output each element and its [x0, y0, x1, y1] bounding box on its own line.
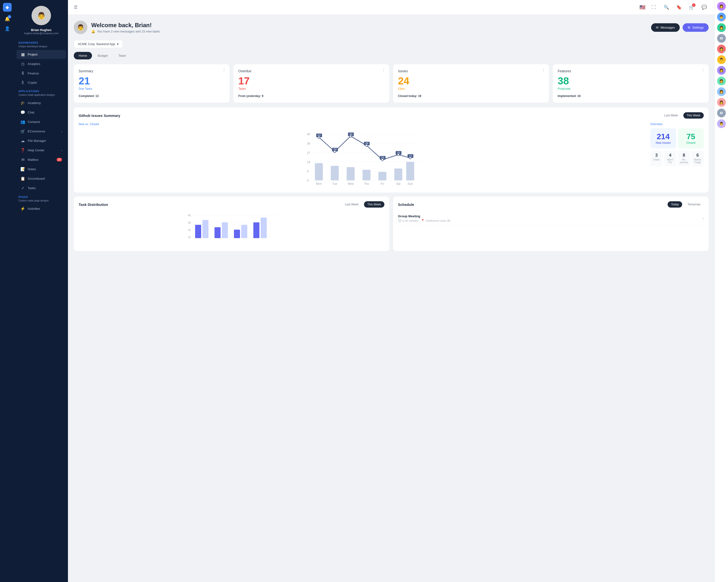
search-icon[interactable]: 🔍	[662, 3, 671, 11]
svg-point-35	[350, 135, 352, 137]
last-week-button-github[interactable]: Last Week	[661, 112, 681, 118]
sidebar-item-helpcenter[interactable]: ❓ Help Center ›	[17, 146, 66, 155]
closed-issues-card: 75 Closed	[678, 128, 704, 148]
avatar-initials: 👩	[719, 4, 723, 8]
rs-avatar-8[interactable]: 👩	[717, 87, 726, 96]
sidebar-item-label: Crypto	[28, 81, 37, 84]
helpcenter-arrow-icon: ›	[61, 149, 62, 152]
triage-num: 6	[693, 153, 703, 158]
sidebar-item-project[interactable]: ▦ Project	[17, 50, 66, 59]
sidebar-item-activities[interactable]: ⚡ Activities	[17, 204, 66, 213]
svg-text:Tue: Tue	[332, 182, 337, 186]
sidebar-item-ecommerce[interactable]: 🛒 ECommerce ›	[17, 127, 66, 136]
rs-avatar-4[interactable]: 👩	[717, 45, 726, 53]
sidebar-item-tasks[interactable]: ✓ Tasks	[17, 184, 66, 193]
svg-rect-58	[222, 222, 228, 238]
schedule-item-info: Group Meeting 🕐 in 32 minutes 📍 Conferen…	[398, 214, 450, 222]
rs-avatar-1[interactable]: 👨	[717, 12, 726, 21]
sidebar-item-notes[interactable]: 📝 Notes	[17, 165, 66, 174]
right-sidebar: 👩 👨 👩 M 👩 👨 👩 👩 👩 👩 M 👨	[714, 0, 728, 582]
tab-home[interactable]: Home	[74, 52, 92, 59]
sidebar-item-label: Notes	[28, 167, 36, 171]
this-week-button-task[interactable]: This Week	[364, 201, 384, 207]
sidebar-item-label: Chat	[28, 111, 34, 114]
schedule-arrow-icon[interactable]: ›	[703, 216, 704, 220]
schedule-location: 📍 Conference room 1B	[421, 219, 450, 222]
contacts-icon: 👥	[20, 119, 25, 124]
section-sub-pages: Custom made page designs	[15, 199, 68, 204]
svg-rect-14	[347, 167, 355, 181]
sidebar-item-chat[interactable]: 💬 Chat	[17, 108, 66, 117]
avatar-initials: 👩	[719, 68, 723, 72]
sidebar-item-academy[interactable]: 🎓 Academy	[17, 99, 66, 107]
avatar-initials: 👨	[719, 122, 723, 126]
stat-card-menu-summary[interactable]: ⋮	[222, 68, 226, 72]
task-distribution-card: Task Distribution Last Week This Week 40…	[74, 196, 389, 251]
user-icon[interactable]: 👤	[3, 24, 11, 33]
rs-avatar-3[interactable]: M	[717, 34, 726, 43]
stat-card-menu-issues[interactable]: ⋮	[542, 68, 545, 72]
sidebar-item-finance[interactable]: $ Finance	[17, 69, 66, 78]
rs-avatar-5[interactable]: 👨	[717, 55, 726, 64]
fixed-label: Fixed	[652, 158, 661, 161]
finance-icon: $	[20, 71, 25, 76]
svg-text:Sun: Sun	[408, 182, 413, 186]
new-issues-card: 214 New Issues	[650, 128, 676, 148]
stat-label-features: Features	[557, 69, 704, 73]
notifications-icon[interactable]: 🔔 3	[3, 15, 11, 23]
messages-header-icon[interactable]: 💬	[700, 3, 709, 11]
sidebar-item-scrumboard[interactable]: 📋 Scrumboard	[17, 174, 66, 183]
svg-text:10: 10	[188, 236, 191, 239]
tabs: Home Budget Team	[74, 52, 709, 59]
messages-button[interactable]: ✉ Messages	[651, 23, 680, 32]
fullscreen-icon[interactable]: ⛶	[649, 3, 658, 11]
top-header: ☰ 🇺🇸 ⛶ 🔍 🔖 🛒 5 💬	[68, 0, 714, 15]
sidebar-item-contacts[interactable]: 👥 Contacts	[17, 117, 66, 126]
hamburger-button[interactable]: ☰	[74, 5, 78, 10]
chat-icon: 💬	[20, 110, 25, 115]
stat-card-overdue: ⋮ Overdue 17 Tasks From yesterday: 9	[233, 64, 389, 103]
stat-card-menu-overdue[interactable]: ⋮	[382, 68, 385, 72]
avatar-initials: 👩	[719, 90, 723, 93]
stat-footer-issues: Closed today: 19	[398, 94, 544, 98]
rs-avatar-11[interactable]: 👨	[717, 119, 726, 128]
stat-label-summary: Summary	[79, 69, 225, 73]
project-selector[interactable]: ACME Corp. Backend App ▾	[74, 40, 123, 48]
rs-avatar-10[interactable]: M	[717, 109, 726, 117]
sidebar-item-filemanager[interactable]: ☁ File Manager	[17, 136, 66, 145]
rs-avatar-0[interactable]: 👩	[717, 2, 726, 11]
bookmark-icon[interactable]: 🔖	[675, 3, 683, 11]
stat-card-menu-features[interactable]: ⋮	[701, 68, 705, 72]
today-button[interactable]: Today	[668, 201, 682, 207]
welcome-avatar: 👨	[74, 21, 87, 34]
tomorrow-button[interactable]: Tomorrow	[684, 201, 704, 207]
svg-rect-62	[261, 218, 267, 238]
new-issues-label: New Issues	[654, 141, 672, 144]
section-sub-dashboards: Unique dashboard designs	[15, 45, 68, 50]
online-dot	[724, 51, 726, 53]
cart-icon[interactable]: 🛒 5	[687, 3, 696, 11]
chart-area: New vs. Closed 45 36 27 18 9 0	[79, 122, 704, 188]
rs-avatar-6[interactable]: 👩	[717, 66, 726, 75]
stats-grid: ⋮ Summary 21 Due Tasks Completed: 13 ⋮ O…	[74, 64, 709, 103]
brand-logo[interactable]: ◆	[3, 3, 11, 11]
tab-budget[interactable]: Budget	[93, 52, 112, 59]
last-week-button-task[interactable]: Last Week	[341, 201, 362, 207]
sidebar-item-mailbox[interactable]: ✉ Mailbox 27	[17, 155, 66, 164]
welcome-title: Welcome back, Brian!	[91, 22, 160, 29]
rs-avatar-9[interactable]: 👩	[717, 98, 726, 107]
sidebar-item-analytics[interactable]: ◷ Analytics	[17, 59, 66, 68]
language-flag[interactable]: 🇺🇸	[640, 4, 646, 10]
rs-avatar-7[interactable]: 👩	[717, 77, 726, 85]
rs-avatar-2[interactable]: 👩	[717, 23, 726, 32]
main-area: ☰ 🇺🇸 ⛶ 🔍 🔖 🛒 5 💬 👨 Welcome back, Brian! …	[68, 0, 714, 582]
chart-left: New vs. Closed 45 36 27 18 9 0	[79, 122, 647, 188]
schedule-toggle: Today Tomorrow	[668, 201, 704, 207]
settings-button[interactable]: ⚙ Settings	[683, 23, 709, 32]
stat-footer-features: Implemented: 16	[557, 94, 704, 98]
stat-number-issues: 24	[398, 76, 544, 86]
tab-team[interactable]: Team	[113, 52, 131, 59]
sidebar-item-crypto[interactable]: ₿ Crypto	[17, 78, 66, 87]
this-week-button-github[interactable]: This Week	[683, 112, 704, 118]
analytics-icon: ◷	[20, 62, 25, 66]
